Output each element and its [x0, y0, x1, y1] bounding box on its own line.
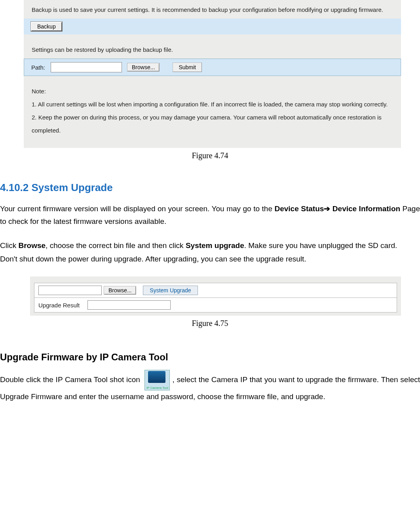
upgrade-result-label: Upgrade Result [38, 302, 80, 309]
upgrade-file-row: Browse... System Upgrade [34, 283, 397, 298]
backup-button-row: Backup [24, 19, 401, 34]
section-heading-system-upgrade: 4.10.2 System Upgrade [0, 172, 420, 199]
arrow-icon: ➔ [324, 205, 330, 213]
note-block: Note: 1. All current settings will be lo… [24, 76, 401, 137]
system-upgrade-para-3: Don't shut down the power during upgrade… [0, 253, 420, 265]
restore-description: Settings can be restored by uploading th… [24, 34, 401, 59]
submit-button[interactable]: Submit [173, 62, 202, 72]
path-input[interactable] [51, 62, 122, 72]
note-1: 1. All current settings will be lost whe… [32, 98, 393, 111]
ip-camera-tool-para: Double click the IP Camera Tool shot ico… [0, 370, 420, 403]
ip-camera-tool-icon: IP Camera Tool [144, 370, 170, 390]
upgrade-result-row: Upgrade Result [34, 298, 397, 312]
path-label: Path: [31, 64, 45, 71]
system-upgrade-panel: Browse... System Upgrade Upgrade Result [30, 276, 401, 316]
figure-4-74-caption: Figure 4.74 [0, 151, 420, 160]
browse-button[interactable]: Browse... [127, 63, 159, 71]
upgrade-result-field [87, 300, 171, 310]
subsection-heading-ip-camera-tool: Upgrade Firmware by IP Camera Tool [0, 352, 420, 363]
upgrade-file-input[interactable] [38, 286, 102, 295]
upgrade-browse-button[interactable]: Browse... [104, 286, 136, 294]
backup-button[interactable]: Backup [31, 22, 62, 31]
backup-description: Backup is used to save your current sett… [24, 0, 401, 19]
system-upgrade-para-2: Click Browse, choose the correct bin fil… [0, 239, 420, 252]
note-2: 2. Keep the power on during this process… [32, 111, 393, 137]
restore-path-row: Path: Browse... Submit [24, 59, 401, 76]
system-upgrade-button[interactable]: System Upgrade [143, 286, 198, 295]
backup-restore-panel: Backup is used to save your current sett… [24, 0, 401, 148]
system-upgrade-para-1: Your current firmware version will be di… [0, 203, 420, 228]
figure-4-75-caption: Figure 4.75 [0, 319, 420, 328]
note-title: Note: [32, 85, 393, 98]
